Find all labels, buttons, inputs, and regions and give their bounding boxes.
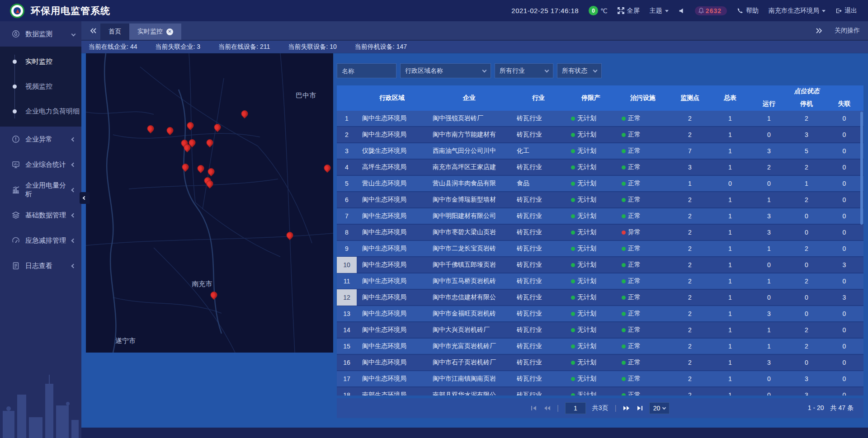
sidebar-item-video-monitor[interactable]: 视频监控 <box>0 74 81 99</box>
status-dot <box>571 361 575 365</box>
table-header: 行政区域 企业 行业 停限产 治污设施 监测点 总表 点位状态 运行 停机 <box>337 85 863 111</box>
tabs-scroll-left-icon[interactable] <box>90 28 97 34</box>
sidebar-item-enterprise-abnormal[interactable]: 企业异常 <box>0 127 81 152</box>
table-row[interactable]: 14阆中生态环境局阆中大兴页岩机砖厂砖瓦行业无计划正常21120 <box>337 322 863 339</box>
table-row[interactable]: 9阆中生态环境局阆中市二龙长宝页岩砖砖瓦行业无计划正常21120 <box>337 241 863 257</box>
chevron-left-icon <box>83 196 86 200</box>
status-offline-enterprises: 当前失联企业:3 <box>155 43 200 51</box>
table-scrollbar[interactable] <box>860 112 863 225</box>
table-row[interactable]: 1阆中生态环境局阆中强锐页岩砖厂砖瓦行业无计划正常21120 <box>337 111 863 127</box>
name-search-input[interactable] <box>337 63 396 78</box>
table-row[interactable]: 11阆中生态环境局阆中市五马桥页岩机砖砖瓦行业无计划正常21120 <box>337 273 863 290</box>
status-dot <box>571 182 575 186</box>
table-row[interactable]: 2阆中生态环境局阆中市南方节能建材有砖瓦行业无计划正常21030 <box>337 127 863 143</box>
status-online-enterprises: 当前在线企业:44 <box>89 43 137 51</box>
last-page-button[interactable] <box>637 405 643 411</box>
table-row[interactable]: 4高坪生态环境局南充市高坪区王家店建砖瓦行业无计划正常31220 <box>337 160 863 176</box>
layers-icon <box>12 211 20 219</box>
status-dot <box>622 133 626 137</box>
chevron-down-icon <box>71 32 76 36</box>
sidebar-item-enterprise-stats[interactable]: 企业综合统计 <box>0 152 81 177</box>
tab-close-icon[interactable]: ✕ <box>166 28 173 35</box>
status-dot <box>622 165 626 170</box>
alarm-counter[interactable]: 2632 <box>695 6 727 15</box>
app-title: 环保用电监管系统 <box>31 5 110 17</box>
temperature-unit: ℃ <box>600 7 608 14</box>
main-area: 首页 实时监控 ✕ 关闭操作 当前在线企业:44 当前失联企业:3 当前在线设备… <box>81 21 868 438</box>
sidebar-submenu: 实时监控 视频监控 企业电力负荷明细 <box>0 47 81 127</box>
status-select[interactable]: 所有状态 <box>557 63 602 78</box>
sound-toggle[interactable] <box>679 8 685 14</box>
sidebar-collapse-button[interactable] <box>80 192 90 204</box>
logout-icon <box>835 8 842 14</box>
chevron-down-icon <box>482 68 487 72</box>
close-operations-button[interactable]: 关闭操作 <box>835 27 860 35</box>
table-row[interactable]: 5营山生态环境局营山县润丰肉食品有限食品无计划正常10010 <box>337 176 863 192</box>
status-dot <box>571 247 575 251</box>
table-row[interactable]: 7阆中生态环境局阆中明阳建材有限公司砖瓦行业无计划正常21300 <box>337 208 863 225</box>
status-dot <box>571 214 575 218</box>
prev-page-button[interactable] <box>543 405 551 411</box>
status-offline-devices: 当前失联设备:10 <box>288 43 336 51</box>
pagination-bar: | 共3页 | 20 <box>337 398 863 418</box>
theme-menu[interactable]: 主题 <box>650 7 669 15</box>
sidebar-item-power-analysis[interactable]: 企业用电量分析 <box>0 177 81 203</box>
log-icon <box>12 262 20 270</box>
col-header-stop: 停机 <box>788 97 825 111</box>
bell-icon <box>698 8 704 14</box>
tab-home[interactable]: 首页 <box>100 24 129 40</box>
status-dot <box>571 393 575 396</box>
fullscreen-button[interactable]: 全屏 <box>618 7 640 15</box>
status-dot <box>622 328 626 332</box>
table-row[interactable]: 16阆中生态环境局阆中市石子页岩机砖厂砖瓦行业无计划正常21300 <box>337 355 863 371</box>
status-dot <box>571 117 575 121</box>
table-row[interactable]: 17阆中生态环境局阆中市江南镇阆南页岩砖瓦行业无计划正常21030 <box>337 371 863 387</box>
status-dot <box>571 279 575 283</box>
chevron-left-icon <box>71 188 76 192</box>
sidebar-item-emergency-reduction[interactable]: 应急减排管理 <box>0 228 81 253</box>
table-row[interactable]: 8阆中生态环境局阆中市枣碧大梁山页岩砖瓦行业无计划异常21300 <box>337 225 863 241</box>
table-row[interactable]: 12阆中生态环境局阆中市忠信建材有限公砖瓦行业无计划正常21003 <box>337 290 863 306</box>
map-city-label: 遂宁市 <box>115 336 136 345</box>
tab-realtime-monitor[interactable]: 实时监控 ✕ <box>129 24 181 40</box>
sidebar-item-realtime-monitor[interactable]: 实时监控 <box>0 49 81 74</box>
status-dot <box>571 312 575 316</box>
status-dot <box>571 296 575 300</box>
table-row[interactable]: 13阆中生态环境局阆中市金福旺页岩机砖砖瓦行业无计划正常21300 <box>337 306 863 322</box>
status-dot <box>622 263 626 267</box>
col-header-company: 企业 <box>427 85 511 111</box>
sidebar-item-base-data[interactable]: 基础数据管理 <box>0 203 81 228</box>
page-size-select[interactable]: 20 <box>649 402 670 414</box>
sidebar-item-power-load-detail[interactable]: 企业电力负荷明细 <box>0 99 81 124</box>
table-row[interactable]: 10阆中生态环境局阆中千佛镇五郎垭页岩砖瓦行业无计划正常21003 <box>337 257 863 273</box>
col-header-limit: 停限产 <box>566 85 616 111</box>
region-select[interactable]: 行政区域名称 <box>400 63 491 78</box>
map[interactable]: 巴中市南充市遂宁市 <box>86 53 333 353</box>
help-button[interactable]: 帮助 <box>737 7 759 15</box>
table-row[interactable]: 15阆中生态环境局阆中市光富页岩机砖厂砖瓦行业无计划正常21120 <box>337 339 863 355</box>
table-row[interactable]: 18南部生态环境局南部县双华水泥有限公砖瓦行业无计划正常21030 <box>337 387 863 396</box>
col-header-lost: 失联 <box>825 97 863 111</box>
last-page-icon <box>637 405 643 411</box>
org-menu[interactable]: 南充市生态环境局 <box>769 7 826 15</box>
sidebar-item-log-view[interactable]: 日志查看 <box>0 253 81 278</box>
logout-button[interactable]: 退出 <box>835 7 857 15</box>
table-row[interactable]: 3仪陇生态环境局西南油气田分公司川中化工无计划正常71350 <box>337 143 863 160</box>
status-dot <box>571 344 575 349</box>
col-header-points: 监测点 <box>670 85 710 111</box>
next-page-button[interactable] <box>623 405 630 411</box>
industry-select[interactable]: 所有行业 <box>495 63 553 78</box>
page-number-input[interactable] <box>565 402 586 414</box>
table-row[interactable]: 6阆中生态环境局阆中市金博瑞新型墙材砖瓦行业无计划正常21120 <box>337 192 863 208</box>
status-dot <box>571 149 575 153</box>
sidebar-item-data-monitor[interactable]: 数据监测 <box>0 21 81 47</box>
bar-chart-icon <box>12 186 20 194</box>
data-monitor-icon <box>12 30 20 38</box>
enterprise-table: 行政区域 企业 行业 停限产 治污设施 监测点 总表 点位状态 运行 停机 <box>337 85 863 396</box>
tabs-scroll-right-icon[interactable] <box>816 28 823 34</box>
first-page-button[interactable] <box>531 405 537 411</box>
chevron-left-icon <box>71 213 76 217</box>
app-root: 环保用电监管系统 2021-02-25 17:46:18 0 ℃ 全屏 主题 2… <box>0 0 868 438</box>
col-header-total: 总表 <box>710 85 750 111</box>
status-dot <box>571 165 575 170</box>
